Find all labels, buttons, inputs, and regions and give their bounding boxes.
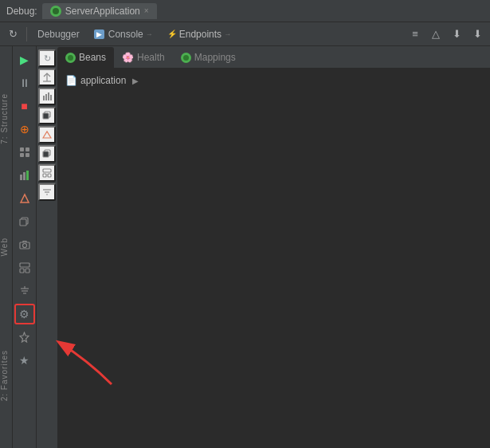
beans-tab-label: Beans (79, 52, 106, 63)
endpoints-tab[interactable]: ⚡ Endpoints → (161, 26, 237, 42)
health-tab-icon: 🌸 (122, 52, 134, 63)
svg-rect-25 (43, 113, 49, 119)
svg-rect-8 (20, 219, 26, 226)
web-label[interactable]: Web (0, 234, 12, 259)
rerun-button[interactable]: ⊕ (14, 119, 35, 140)
svg-rect-5 (23, 172, 25, 180)
stop-button[interactable]: ■ (14, 96, 35, 116)
download-button[interactable]: ⬇ (447, 25, 466, 44)
copy2-button[interactable] (38, 107, 56, 124)
settings-button[interactable]: ⚙ (14, 304, 35, 324)
application-label: application (80, 75, 126, 86)
svg-rect-12 (20, 269, 24, 273)
svg-rect-0 (20, 147, 24, 151)
tab-health[interactable]: 🌸 Health (114, 47, 173, 68)
layout2-button[interactable] (38, 164, 56, 182)
content-panel: 📄 application ▶ (57, 69, 490, 448)
resume-button[interactable]: ▶ (14, 49, 35, 70)
svg-rect-23 (50, 95, 52, 100)
menu-button[interactable]: ≡ (406, 25, 425, 44)
content-area: Beans 🌸 Health Mappings 📄 application (57, 46, 490, 448)
app-name: ServerApplication (65, 6, 140, 17)
camera-button[interactable] (14, 234, 35, 255)
svg-rect-3 (25, 153, 29, 157)
svg-rect-4 (20, 175, 22, 180)
svg-rect-6 (26, 171, 29, 180)
download2-button[interactable]: ⬇ (468, 25, 487, 44)
debug-label: Debug: (6, 6, 37, 17)
layout-button[interactable] (14, 257, 35, 278)
folder-icon: 📄 (65, 75, 77, 86)
copy3-button[interactable] (38, 145, 56, 163)
tree-arrow-icon: ▶ (132, 77, 139, 85)
beans-tab-icon (65, 53, 76, 63)
console-tab[interactable]: ▶ Console → (88, 26, 159, 42)
coverage-button[interactable] (14, 142, 35, 163)
inner-layout: ▶ ⏸ ■ ⊕ ⚙ (13, 46, 490, 448)
tab-beans[interactable]: Beans (57, 47, 114, 68)
svg-rect-30 (48, 174, 51, 177)
console-arrow: → (146, 30, 153, 38)
svg-rect-27 (43, 151, 49, 157)
mappings-tab-icon (181, 53, 191, 63)
color2-button[interactable] (38, 126, 56, 143)
pin-button[interactable] (14, 327, 35, 348)
tab-mappings[interactable]: Mappings (173, 47, 244, 68)
chart2-button[interactable] (38, 88, 56, 105)
svg-rect-2 (20, 153, 24, 157)
health-tab-label: Health (137, 52, 165, 63)
mappings-tab-label: Mappings (194, 52, 236, 63)
star-button[interactable]: ★ (14, 350, 35, 371)
copy-button[interactable] (14, 211, 35, 232)
tab-bar: Beans 🌸 Health Mappings (57, 46, 490, 69)
debugger-label: Debugger (37, 29, 80, 40)
svg-rect-11 (20, 263, 29, 267)
color-button[interactable] (14, 188, 35, 209)
structure-label[interactable]: 7: Structure (0, 90, 12, 147)
title-bar: Debug: ServerApplication × (0, 0, 490, 22)
refresh-button[interactable]: ↻ (3, 25, 22, 44)
pause-button[interactable]: ⏸ (14, 73, 35, 93)
svg-point-10 (22, 244, 26, 248)
svg-rect-29 (43, 174, 46, 177)
icon-strip: ▶ ⏸ ■ ⊕ ⚙ (13, 46, 37, 448)
expand-button[interactable]: △ (426, 25, 445, 44)
uparrow-button[interactable] (38, 69, 56, 86)
refresh-sec-button[interactable]: ↻ (38, 49, 56, 67)
vertical-labels: 7: Structure Web 2: Favorites (0, 46, 13, 448)
endpoints-arrow: → (224, 30, 231, 38)
svg-rect-22 (48, 92, 49, 100)
favorites-label[interactable]: 2: Favorites (0, 347, 12, 404)
debugger-tab[interactable]: Debugger (31, 26, 86, 42)
toolbar: ↻ Debugger ▶ Console → ⚡ Endpoints → ≡ △… (0, 22, 490, 46)
chart-button[interactable] (14, 165, 35, 186)
svg-rect-21 (45, 94, 47, 100)
svg-rect-1 (25, 147, 29, 151)
secondary-strip: ↻ (37, 46, 57, 448)
console-label: Console (108, 29, 143, 40)
tree-item-application[interactable]: 📄 application ▶ (62, 73, 485, 88)
app-tab[interactable]: ServerApplication × (42, 3, 157, 19)
svg-rect-20 (43, 96, 45, 100)
filter-button[interactable] (14, 281, 35, 301)
svg-rect-13 (25, 269, 29, 273)
filter2-button[interactable] (38, 183, 56, 201)
close-icon[interactable]: × (144, 6, 149, 15)
svg-rect-28 (43, 169, 51, 172)
endpoints-label: Endpoints (179, 29, 221, 40)
toolbar-separator (26, 27, 27, 41)
main-area: 7: Structure Web 2: Favorites ▶ ⏸ ■ ⊕ (0, 46, 490, 448)
